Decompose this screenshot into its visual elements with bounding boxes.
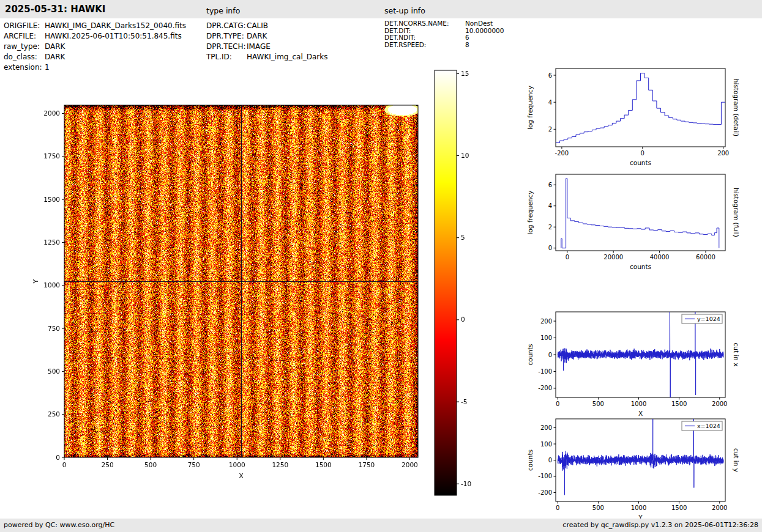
info-label: extension:: [4, 62, 45, 73]
info-row: ORIGFILE:HAWKI_IMG_DARK_Darks152_0040.fi…: [4, 21, 186, 31]
info-label: do_class:: [4, 52, 45, 62]
tick-label: 250: [102, 461, 114, 468]
info-label: DPR.TYPE:: [206, 31, 247, 42]
tick-label: 750: [188, 461, 200, 468]
tick-label: 40000: [650, 254, 670, 260]
tick-label: 20000: [603, 254, 623, 260]
tick-label: 0: [641, 150, 644, 157]
chart-side-label: cut in y: [733, 448, 740, 472]
tick-label: 2: [548, 224, 552, 231]
tick-label: 0: [548, 457, 552, 464]
tick-label: -200: [555, 150, 569, 157]
footer-bar: powered by QC: www.eso.org/HC created by…: [0, 519, 762, 532]
main-image-axes: 0250500750100012501500175020000250500750…: [18, 92, 459, 498]
chart-ylabel: log frequency: [526, 86, 534, 130]
tick-label: -200: [538, 489, 552, 496]
tick-label: 4: [548, 99, 552, 106]
chart-ylabel: counts: [526, 344, 534, 365]
tick-label: -5: [461, 398, 467, 405]
header-bar: 2025-05-31: HAWKI type info set-up info: [0, 0, 762, 18]
setup-info-heading: set-up info: [384, 6, 425, 15]
info-label: ARCFILE:: [4, 31, 45, 42]
tick-label: 0: [56, 454, 60, 461]
tick-label: 1500: [43, 196, 60, 203]
tick-label: 10: [461, 152, 469, 159]
tick-label: 4: [548, 202, 552, 209]
info-label: TPL.ID:: [206, 52, 247, 62]
tick-label: 6: [548, 72, 552, 79]
tick-label: 500: [144, 461, 157, 468]
chart-side-label: histogram (detail): [733, 79, 740, 136]
tick-label: 2000: [402, 461, 418, 468]
file-info-block: ORIGFILE:HAWKI_IMG_DARK_Darks152_0040.fi…: [4, 21, 186, 73]
main-plot-frame: [64, 105, 418, 457]
info-value: HAWKI.2025-06-01T10:50:51.845.fits: [45, 31, 182, 42]
legend-label: y=1024: [697, 316, 720, 322]
chart-ylabel: log frequency: [526, 190, 534, 234]
colorbar-axis: 151050-5-10: [428, 64, 496, 504]
tick-label: 0: [566, 254, 569, 260]
tick-label: 1000: [631, 401, 646, 407]
info-value: HAWKI_IMG_DARK_Darks152_0040.fits: [45, 21, 186, 31]
info-value: DARK: [45, 42, 65, 52]
plot-frame: [556, 174, 725, 251]
tick-label: 1250: [272, 461, 288, 468]
chart-xlabel: counts: [630, 159, 651, 166]
info-value: 1: [45, 62, 50, 73]
info-value: DARK: [247, 31, 267, 42]
tick-label: 200: [540, 318, 552, 325]
chart-cut-in-x: 0500100015002000-200-1000100200Xcountscu…: [514, 306, 759, 429]
info-row: DPR.TYPE:DARK: [206, 31, 328, 42]
tick-label: 0: [548, 245, 552, 251]
chart-cut-in-y: 0500100015002000-200-1000100200Ycountscu…: [514, 413, 759, 532]
info-row: DET.NDIT:6: [384, 34, 504, 42]
tick-label: 750: [48, 325, 60, 332]
main-ylabel: Y: [32, 279, 40, 284]
info-value: DARK: [45, 52, 65, 62]
info-value: HAWKI_img_cal_Darks: [247, 52, 328, 62]
tick-label: 100: [540, 334, 552, 341]
main-xlabel: X: [239, 472, 244, 480]
info-value: IMAGE: [247, 42, 271, 52]
info-row: ARCFILE:HAWKI.2025-06-01T10:50:51.845.fi…: [4, 31, 186, 42]
info-label: DPR.CATG:: [206, 21, 247, 31]
tick-label: 5: [461, 234, 465, 241]
tick-label: 60000: [696, 254, 715, 260]
footer-credit-right: created by qc_rawdisp.py v1.2.3 on 2025-…: [562, 521, 758, 529]
info-row: extension:1: [4, 62, 186, 73]
info-label: ORIGFILE:: [4, 21, 45, 31]
info-label: raw_type:: [4, 42, 45, 52]
tick-label: 2000: [712, 504, 727, 511]
tick-label: 1000: [631, 504, 646, 511]
info-row: raw_type:DARK: [4, 42, 186, 52]
chart-histogram-full: 02000040000600000246countslog frequencyh…: [514, 168, 759, 283]
info-value: 10.0000000: [465, 28, 504, 35]
tick-label: 15: [461, 70, 469, 77]
info-row: DET.RSPEED:8: [384, 42, 504, 49]
tick-label: 6: [548, 182, 552, 188]
tick-label: 1500: [671, 401, 687, 407]
tick-label: 0: [556, 401, 559, 407]
page-title: 2025-05-31: HAWKI: [5, 4, 105, 15]
info-label: DPR.TECH:: [206, 42, 247, 52]
info-value: 6: [465, 34, 469, 42]
tick-label: -100: [538, 368, 552, 375]
tick-label: 500: [592, 401, 604, 407]
tick-label: -100: [538, 473, 552, 479]
chart-side-label: cut in x: [733, 342, 740, 366]
setup-info-block: DET.NCORRS.NAME:NonDestDET.DIT:10.000000…: [384, 20, 504, 48]
tick-label: 1500: [315, 461, 332, 468]
tick-label: 1500: [671, 504, 687, 511]
type-info-block: DPR.CATG:CALIBDPR.TYPE:DARKDPR.TECH:IMAG…: [206, 21, 328, 62]
tick-label: 500: [592, 504, 604, 511]
info-row: TPL.ID:HAWKI_img_cal_Darks: [206, 52, 328, 62]
info-label: DET.NDIT:: [384, 34, 465, 42]
info-value: 8: [465, 42, 469, 49]
tick-label: 1000: [229, 461, 245, 468]
info-row: DPR.TECH:IMAGE: [206, 42, 328, 52]
tick-label: 2000: [712, 401, 727, 407]
info-row: DPR.CATG:CALIB: [206, 21, 328, 31]
tick-label: 200: [540, 424, 552, 431]
chart-xlabel: counts: [630, 263, 651, 270]
tick-label: 2: [548, 126, 552, 133]
